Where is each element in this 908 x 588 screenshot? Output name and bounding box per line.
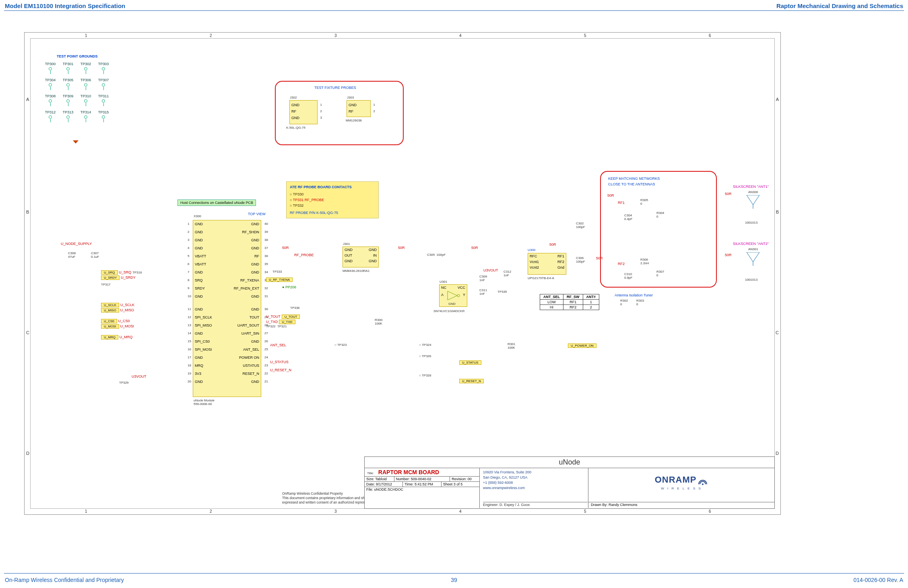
grid-row-c: C xyxy=(26,330,29,335)
grid-col-4: 4 xyxy=(459,33,462,38)
x300-ref: X300 xyxy=(194,214,201,218)
ate-box: ATE RF PROBE BOARD CONTACTS ○ TP330 ○ TP… xyxy=(286,181,379,218)
j301-pn: MM8430-2610RA1 xyxy=(343,269,369,273)
ate-pn: RF PROBE P/N K-50L-QG-75 xyxy=(290,210,375,216)
x300-l-8: SRQ xyxy=(195,278,203,282)
r305: R3050 xyxy=(640,198,648,206)
tuner-title: Antenna Isolation Tuner xyxy=(615,293,653,297)
tp305: TP305 xyxy=(59,78,77,86)
tb-time-lbl: Time: xyxy=(404,482,413,486)
j302-ref: J302 xyxy=(290,96,297,99)
x300-r-39: RF_SHDN xyxy=(242,230,259,234)
grid-col-1b: 1 xyxy=(85,509,87,514)
gnd-sym-tp xyxy=(73,140,78,144)
x300-r-21: GND xyxy=(251,380,259,384)
doc-header-left: Model EM110100 Integration Specification xyxy=(5,2,125,9)
x300-l-3: GND xyxy=(195,238,203,242)
j301-box: J301 GND OUT GND GND IN GND xyxy=(343,247,379,267)
an301-pn: 1001013 xyxy=(745,278,757,282)
x300-r-23: USTATUS xyxy=(243,364,259,368)
x300-l-18: MRQ xyxy=(195,364,203,368)
u301-ref: U301 xyxy=(440,280,447,284)
tb-num: 509-0040-02 xyxy=(411,477,431,481)
u-reset-n-port: U_RESET_N xyxy=(459,378,484,384)
grid-col-4b: 4 xyxy=(459,509,462,514)
tp-grounds-title: TEST POINT GROUNDS xyxy=(57,54,98,58)
u301-pn: SN74LVC1G04DCKR xyxy=(433,309,464,313)
logo-sub: W I R E L E S S xyxy=(588,487,774,490)
tb-addr4: www.onrampwireless.com xyxy=(483,485,585,491)
u-power-on-port: U_POWER_ON xyxy=(568,343,596,348)
tb-date: 8/17/2012 xyxy=(376,482,392,486)
tb-drawn: Randy Clemmons xyxy=(609,503,638,507)
j303-ref: J303 xyxy=(347,96,354,99)
x300-l-4: GND xyxy=(195,246,203,250)
ant1-silks: SILKSCREEN "ANT1" xyxy=(733,185,769,189)
x300-l-20: GND xyxy=(195,380,203,384)
grid-col-3: 3 xyxy=(334,33,337,38)
tb-title-lbl: Title: xyxy=(367,471,374,475)
j302-p1: GND xyxy=(291,103,299,107)
x300-r-27: UART_SIN xyxy=(241,331,259,335)
u-status-port: U_STATUS xyxy=(459,360,481,365)
j302-p2: RF xyxy=(291,109,296,113)
x300-l-5: VBATT xyxy=(195,254,206,258)
td-1: 1 xyxy=(583,300,599,305)
u301-nc: NC xyxy=(441,286,446,290)
c304: C3040.4pF xyxy=(624,214,632,221)
schematic-sheet: 1 2 3 4 5 6 1 2 3 4 5 6 A B C D A B C D … xyxy=(24,32,781,515)
ate-tp331: TP331 RF_PROBE xyxy=(293,198,324,202)
j303-p2: RF xyxy=(349,109,353,113)
fifty-r-3: 50R xyxy=(471,246,478,250)
u300-rf1: RF1 xyxy=(557,254,564,258)
top-view-label: TOP VIEW xyxy=(248,212,266,216)
x300-l-16: SPI_MOSI xyxy=(195,347,212,352)
pp206: ● PP206 xyxy=(282,285,296,289)
c311: C3111nF xyxy=(479,288,487,296)
x300-l-2: GND xyxy=(195,230,203,234)
th-rfsw: RF_SW xyxy=(563,294,583,300)
grid-row-c-r: C xyxy=(776,330,779,335)
x300-r-30: GND xyxy=(251,307,259,311)
u-mosi-port: U_MOSI xyxy=(101,324,119,329)
tb-rev-lbl: Revision: xyxy=(452,477,466,481)
svg-marker-0 xyxy=(448,291,457,300)
x300-r-33: RF_TXENA xyxy=(240,278,259,282)
fifty-r-sw: 50R xyxy=(549,243,556,247)
u-tout-net: U_TOUT xyxy=(266,315,281,319)
td-rf2: RF2 xyxy=(563,305,583,310)
x300-l-9: SRDY xyxy=(195,286,205,290)
grid-col-1: 1 xyxy=(85,33,87,38)
tp321: TP321 xyxy=(277,325,287,328)
footer-rule xyxy=(4,573,904,574)
rf2-net: RF2 xyxy=(618,262,625,266)
th-antsel: ANT_SEL xyxy=(540,294,563,300)
u300-vcnt2: Vcnt2 xyxy=(530,265,539,269)
td-rf1: RF1 xyxy=(563,300,583,305)
tp308: TP308 xyxy=(41,94,59,103)
an300-pn: 1001013 xyxy=(745,221,757,224)
c308: C30847uF xyxy=(68,251,76,259)
tp309: TP309 xyxy=(59,94,77,103)
j301-ref: J301 xyxy=(343,242,350,246)
j303-box: J303 GND RF 1 2 xyxy=(347,100,371,117)
match-note2: CLOSE TO THE ANTENNAS xyxy=(608,182,655,186)
u-reset-n-net: U_RESET_N xyxy=(270,368,291,372)
match-note1: KEEP MATCHING NETWORKS xyxy=(608,177,660,181)
tp333: TP333 xyxy=(272,270,282,273)
tp328: ○ TP328 xyxy=(419,374,431,377)
c309: C3091nF xyxy=(479,275,487,282)
u-status-net: U_STATUS xyxy=(270,360,289,364)
u300-box: RFC Vcnt1 Vcnt2 RF1 RF2 Gnd xyxy=(528,253,566,275)
x300-r-28: UART_SOUT xyxy=(237,323,259,327)
grid-col-5: 5 xyxy=(584,33,586,38)
grid-row-b-r: B xyxy=(776,210,779,214)
x300-l-10: GND xyxy=(195,294,203,298)
u-sclk-port: U_SCLK xyxy=(101,303,119,307)
grid-col-2b: 2 xyxy=(210,509,212,514)
tp314: TP314 xyxy=(77,110,95,119)
x300-l-15: SPI_CS0 xyxy=(195,339,210,343)
tp317: TP317 xyxy=(101,283,111,286)
x300-r-22: RESET_N xyxy=(242,372,259,376)
u300-rfc: RFC xyxy=(530,254,537,258)
